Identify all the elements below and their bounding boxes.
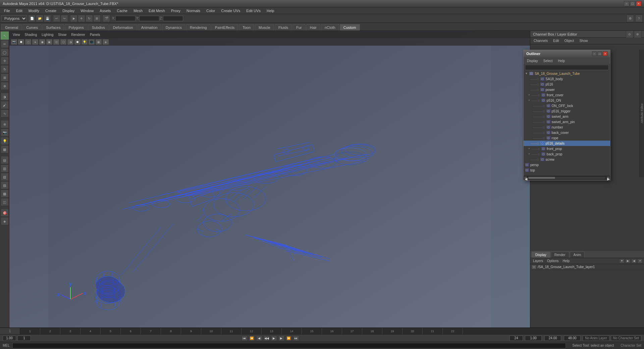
vp-tool-wire[interactable]: ◻ — [25, 39, 32, 45]
tool-move[interactable]: ✛ — [78, 15, 85, 22]
transport-btn-start[interactable]: ⏮ — [241, 336, 248, 341]
transport-anim-end[interactable] — [564, 336, 581, 341]
vp-tool-aa[interactable]: ◈ — [102, 39, 109, 45]
menu-cache[interactable]: Cache — [114, 8, 130, 13]
tool-curve[interactable]: ∿ — [1, 109, 9, 117]
layer-tool-4[interactable]: ✕ — [637, 259, 643, 263]
outliner-item-back-prop[interactable]: + ——o ⬡ back_prop — [524, 151, 610, 157]
menu-edit-mesh[interactable]: Edit Mesh — [146, 8, 168, 13]
layer-tool-1[interactable]: ▼ — [619, 259, 625, 263]
channel-tab-edit[interactable]: Edit — [551, 38, 561, 43]
tool-open[interactable]: 📁 — [36, 15, 43, 22]
tool-layer1[interactable]: ▤ — [1, 156, 9, 164]
outliner-hscroll-thumb[interactable] — [528, 177, 555, 179]
vp-menu-show[interactable]: Show — [56, 32, 68, 37]
tab-deformation[interactable]: Deformation — [109, 24, 137, 31]
tool-lasso[interactable]: ◯ — [1, 48, 9, 56]
outliner-item-back-cover[interactable]: ———o ⬡ back_cover — [524, 130, 610, 135]
outliner-item-screw[interactable]: ——o ⬡ screw — [524, 157, 610, 162]
tab-hair[interactable]: Hair — [306, 24, 320, 31]
tool-sculpt[interactable]: 🖌 — [1, 101, 9, 109]
mel-input[interactable] — [12, 343, 566, 348]
outliner-item-top[interactable]: ⬡ top — [524, 167, 610, 173]
tool-layer5[interactable]: ▩ — [1, 190, 9, 198]
mode-selector[interactable]: Polygons — [1, 15, 27, 21]
menu-normals[interactable]: Normals — [184, 8, 203, 13]
tab-general[interactable]: General — [1, 24, 22, 31]
outliner-item-front-prop[interactable]: + ——o ⬡ front_prop — [524, 146, 610, 151]
display-tab-display[interactable]: Display — [532, 252, 550, 258]
vp-tool-flat[interactable]: ◼ — [39, 39, 46, 45]
outliner-item-on-off-lock[interactable]: ———o ⬡ ON_OFF_lock — [524, 103, 610, 108]
tool-soft-sel[interactable]: ◑ — [1, 93, 9, 101]
tool-render[interactable]: 🎬 — [103, 15, 110, 22]
outliner-item-number[interactable]: ———o ⬡ number — [524, 124, 610, 130]
vp-tool-wire2[interactable]: ▣ — [46, 39, 53, 45]
tool-layer4[interactable]: ▨ — [1, 181, 9, 189]
transport-end-frame[interactable] — [509, 336, 523, 341]
menu-help[interactable]: Help — [264, 8, 277, 13]
vp-menu-lighting[interactable]: Lighting — [40, 32, 55, 37]
menu-edit-uvs[interactable]: Edit UVs — [244, 8, 263, 13]
outliner-item-persp[interactable]: ⬡ persp — [524, 162, 610, 167]
tool-camera[interactable]: 📷 — [1, 129, 9, 137]
transport-btn-prev-key[interactable]: ⏪ — [249, 336, 255, 341]
outliner-search-input[interactable] — [525, 65, 609, 70]
tab-curves[interactable]: Curves — [22, 24, 42, 31]
layer-visibility[interactable]: V — [532, 265, 536, 269]
tool-layer2[interactable]: ▥ — [1, 164, 9, 172]
display-tab-render[interactable]: Render — [551, 252, 569, 258]
tab-rendering[interactable]: Rendering — [186, 24, 211, 31]
outliner-item-p516-trigger[interactable]: ———o ⬡ p516_trigger — [524, 108, 610, 114]
vp-menu-view[interactable]: View — [11, 32, 22, 37]
channel-box-icon2[interactable]: ⊚ — [634, 31, 641, 38]
vp-tool-iso[interactable]: ⬡ — [60, 39, 67, 45]
outliner-hscroll-right[interactable]: ▶ — [607, 177, 609, 179]
tool-save[interactable]: 💾 — [44, 15, 51, 22]
tool-hypershade[interactable]: ◈ — [1, 217, 9, 225]
tab-surfaces[interactable]: Surfaces — [42, 24, 64, 31]
layer-tool-2[interactable]: ▶ — [625, 259, 631, 263]
layers-menu-help[interactable]: Help — [561, 259, 571, 263]
tool-grid[interactable]: ▦ — [1, 145, 9, 153]
layers-menu-options[interactable]: Options — [546, 259, 560, 263]
tool-layer6[interactable]: ◫ — [1, 198, 9, 206]
vp-tool-shadow[interactable]: 🌑 — [88, 39, 95, 45]
channel-tab-channels[interactable]: Channels — [532, 38, 550, 43]
vp-tool-grid2[interactable]: ▦ — [95, 39, 102, 45]
outliner-item-p516[interactable]: ——o ⬡ p516 — [524, 82, 610, 87]
tab-painteffects[interactable]: PaintEffects — [211, 24, 238, 31]
vp-menu-renderer[interactable]: Renderer — [69, 32, 87, 37]
outliner-menu-display[interactable]: Display — [525, 58, 540, 63]
timeline-track[interactable]: 1 2 3 4 5 6 7 8 9 10 11 12 13 14 15 16 1… — [20, 328, 644, 334]
menu-create-uvs[interactable]: Create UVs — [218, 8, 243, 13]
outliner-menu-select[interactable]: Select — [541, 58, 555, 63]
transport-range-end[interactable] — [544, 336, 561, 341]
attribute-editor-tab[interactable]: Attribute Editor — [639, 50, 644, 177]
layer-row-1[interactable]: V /SA_18_Grouse_Launch_Tube_layer1 — [530, 264, 644, 270]
tab-custom[interactable]: Custom — [340, 24, 360, 31]
tool-settings[interactable]: ⚙ — [627, 15, 634, 22]
tool-scale-left[interactable]: ⊞ — [1, 73, 9, 82]
outliner-item-rope[interactable]: ———o ⬡ rope — [524, 135, 610, 141]
menu-proxy[interactable]: Proxy — [168, 8, 183, 13]
viewport-wrapper[interactable]: View Shading Lighting Show Renderer Pane… — [9, 31, 530, 328]
outliner-item-front-cover[interactable]: + ——o ⬡ front_cover — [524, 92, 610, 98]
tab-polygons[interactable]: Polygons — [65, 24, 87, 31]
menu-modify[interactable]: Modify — [26, 8, 42, 13]
minimize-button[interactable]: − — [624, 1, 629, 6]
y-input[interactable] — [139, 16, 159, 21]
outliner-maximize-button[interactable]: □ — [597, 51, 602, 56]
transport-start-frame[interactable] — [3, 336, 16, 341]
outliner-item-root[interactable]: ▼ ⬡ SA_18_Grouse_Launch_Tube — [524, 71, 610, 76]
close-button[interactable]: ✕ — [636, 1, 641, 6]
transport-btn-end[interactable]: ⏭ — [293, 336, 299, 341]
display-tab-anim[interactable]: Anim — [570, 252, 585, 258]
vp-tool-cam[interactable]: 📷 — [11, 39, 17, 45]
tab-dynamics[interactable]: Dynamics — [162, 24, 185, 31]
vp-tool-toggle[interactable]: ⊡ — [53, 39, 60, 45]
outliner-item-p516-on[interactable]: + ——o ⬡ p516_ON — [524, 98, 610, 103]
menu-edit[interactable]: Edit — [13, 8, 25, 13]
transport-btn-next-key[interactable]: ⏩ — [286, 336, 292, 341]
channel-tab-object[interactable]: Object — [562, 38, 576, 43]
